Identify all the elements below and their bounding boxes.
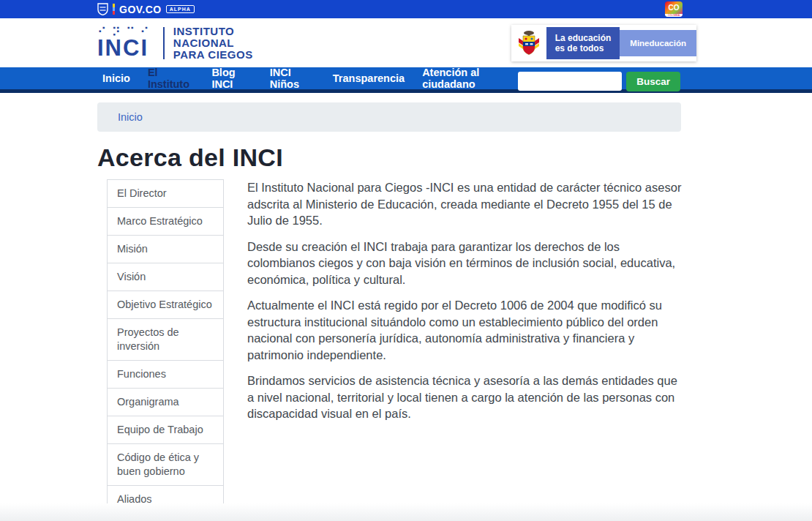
slogan-line2: es de todos (555, 43, 612, 53)
sidebar-item-organigrama[interactable]: Organigrama (108, 389, 223, 416)
page-title: Acerca del INCI (97, 143, 812, 172)
nav-items: Inicio El Instituto Blog INCI INCI Niños… (102, 67, 518, 90)
sidebar-item-marco-estrategico[interactable]: Marco Estratégico (108, 208, 223, 236)
paragraph-3: Actualmente el INCI está regido por el D… (247, 297, 686, 363)
inci-acronym: INCI (97, 37, 149, 59)
inci-name-line1: INSTITUTO (173, 26, 253, 37)
article-body: El Instituto Nacional para Ciegos -INCI … (247, 179, 686, 514)
inci-name-line3: PARA CIEGOS (173, 49, 253, 61)
breadcrumb: Inicio (97, 102, 681, 132)
inci-full-name: INSTITUTO NACIONAL PARA CIEGOS (173, 26, 253, 61)
search-group: Buscar (518, 72, 680, 91)
slogan-box: La educación es de todos (546, 27, 620, 59)
paragraph-1: El Instituto Nacional para Ciegos -INCI … (247, 179, 686, 229)
paragraph-4: Brindamos servicios de asistencia técnic… (247, 372, 686, 422)
sidebar-item-objetivo-estrategico[interactable]: Objetivo Estratégico (108, 291, 223, 319)
nav-item-blog-inci[interactable]: Blog INCI (211, 67, 252, 90)
co-logo-subtext: COLOMBIA (665, 14, 683, 17)
section-sidebar: El Director Marco Estratégico Misión Vis… (107, 179, 224, 514)
mineducacion-badge[interactable]: La educación es de todos Mineducación (511, 25, 696, 61)
colombia-tricolor-stripe (113, 4, 115, 15)
colombia-country-brand-icon[interactable]: CO COLOMBIA (665, 1, 683, 17)
inci-name-line2: NACIONAL (173, 37, 253, 49)
govco-logo-text[interactable]: GOV.CO (119, 4, 162, 15)
site-header: ⠊⠝⠉⠊ INCI INSTITUTO NACIONAL PARA CIEGOS (0, 18, 812, 67)
ministry-name-box[interactable]: Mineducación (620, 30, 696, 56)
paragraph-2: Desde su creación el INCI trabaja para g… (247, 239, 686, 288)
breadcrumb-inicio-link[interactable]: Inicio (118, 111, 143, 123)
nav-item-el-instituto[interactable]: El Instituto (148, 67, 195, 90)
sidebar-item-mision[interactable]: Misión (108, 236, 223, 263)
search-input[interactable] (518, 72, 622, 91)
sidebar-item-codigo-de-etica[interactable]: Código de ética y buen gobierno (108, 444, 223, 486)
inci-logo[interactable]: ⠊⠝⠉⠊ INCI INSTITUTO NACIONAL PARA CIEGOS (97, 26, 253, 61)
govco-brand-group[interactable]: GOV.CO ALPHA (97, 3, 195, 15)
logo-divider (163, 27, 165, 59)
govco-shield-icon (97, 3, 108, 15)
nav-item-inicio[interactable]: Inicio (102, 72, 130, 84)
content-columns: El Director Marco Estratégico Misión Vis… (97, 179, 812, 514)
gov-top-bar: GOV.CO ALPHA CO COLOMBIA (0, 0, 812, 18)
co-logo-text: CO (665, 1, 683, 14)
nav-item-atencion-al-ciudadano[interactable]: Atención al ciudadano (422, 67, 518, 90)
footer-top-strip (0, 503, 812, 521)
ministry-name: Mineducación (630, 39, 686, 48)
search-button[interactable]: Buscar (626, 72, 680, 91)
sidebar-item-vision[interactable]: Visión (108, 263, 223, 291)
sidebar-item-proyectos-de-inversion[interactable]: Proyectos de inversión (108, 319, 223, 361)
colombia-coat-of-arms-icon (516, 29, 542, 57)
main-navigation: Inicio El Instituto Blog INCI INCI Niños… (0, 67, 812, 89)
slogan-line1: La educación (555, 33, 612, 43)
nav-item-inci-ninos[interactable]: INCI Niños (270, 67, 315, 90)
nav-item-transparencia[interactable]: Transparencia (333, 72, 405, 84)
inci-logo-left: ⠊⠝⠉⠊ INCI (97, 27, 154, 59)
sidebar-item-equipo-de-trabajo[interactable]: Equipo de Trabajo (108, 416, 223, 444)
sidebar-item-el-director[interactable]: El Director (108, 180, 223, 208)
alpha-badge: ALPHA (166, 5, 195, 13)
sidebar-item-funciones[interactable]: Funciones (108, 361, 223, 389)
page-content: Inicio Acerca del INCI El Director Marco… (0, 93, 812, 514)
